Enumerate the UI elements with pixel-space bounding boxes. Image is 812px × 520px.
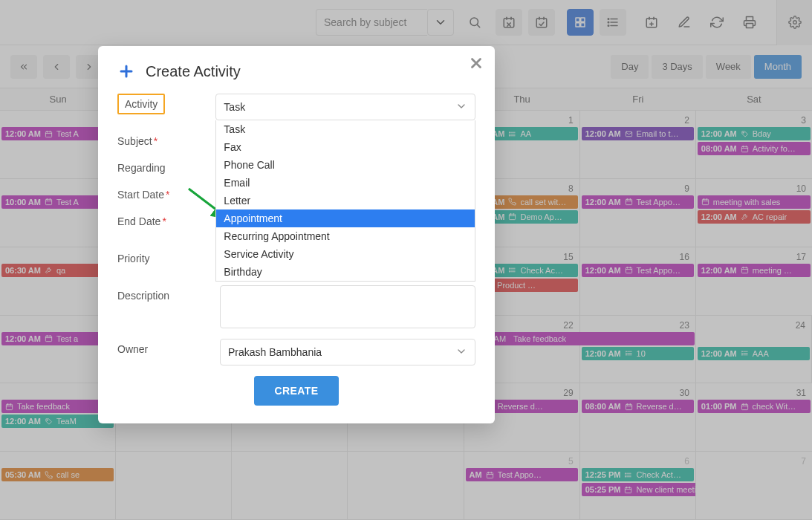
activity-option[interactable]: Recurring Appointment <box>216 227 475 245</box>
chevron-down-icon <box>455 345 467 360</box>
label-regarding: Regarding <box>117 157 220 174</box>
activity-option[interactable]: Phone Call <box>216 156 475 174</box>
activity-select[interactable]: Task <box>215 94 475 120</box>
activity-select-value: Task <box>224 101 245 113</box>
label-activity: Activity <box>117 94 165 114</box>
chevron-down-icon <box>455 100 467 114</box>
activity-option[interactable]: Service Activity <box>216 245 475 263</box>
activity-option[interactable]: Appointment <box>216 209 475 227</box>
label-priority: Priority <box>117 248 220 264</box>
modal-title: Create Activity <box>146 63 241 80</box>
close-button[interactable] <box>468 55 484 74</box>
activity-option[interactable]: Letter <box>216 192 475 209</box>
create-button[interactable]: CREATE <box>254 376 340 406</box>
owner-value: Prakash Bambhania <box>228 346 322 358</box>
activity-dropdown: TaskFaxPhone CallEmailLetterAppointmentR… <box>215 120 475 282</box>
activity-option[interactable]: Email <box>216 174 475 192</box>
create-activity-modal: Create Activity Activity Task TaskFaxPho… <box>98 46 495 423</box>
label-subject: Subject* <box>117 131 220 147</box>
label-description: Description <box>117 285 220 302</box>
label-start-date: Start Date* <box>117 184 220 201</box>
activity-option[interactable]: Task <box>216 120 475 138</box>
plus-icon <box>117 62 135 80</box>
activity-option[interactable]: Birthday <box>216 263 475 281</box>
label-owner: Owner <box>117 339 220 355</box>
label-end-date: End Date* <box>117 211 220 227</box>
activity-option[interactable]: Fax <box>216 138 475 156</box>
description-textarea[interactable] <box>220 285 475 328</box>
owner-select[interactable]: Prakash Bambhania <box>220 339 475 365</box>
